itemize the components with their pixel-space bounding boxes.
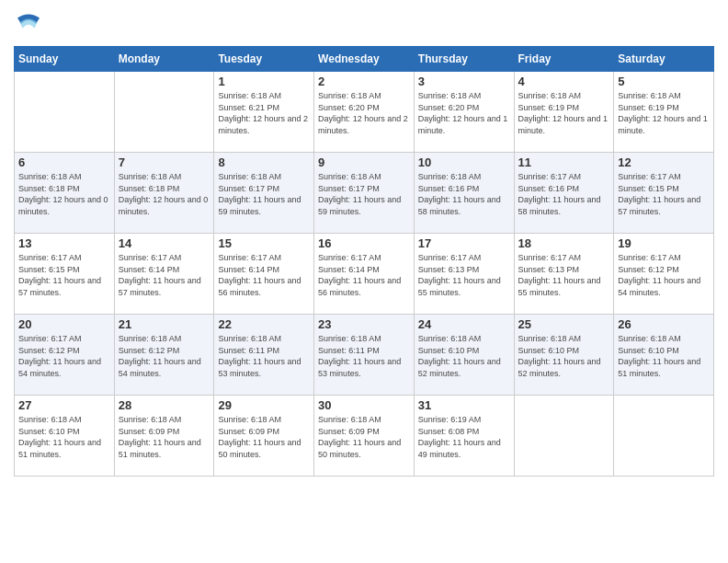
- day-number: 29: [218, 398, 310, 412]
- cell-info: Sunrise: 6:17 AMSunset: 6:16 PMDaylight:…: [518, 171, 610, 217]
- day-number: 18: [518, 236, 610, 250]
- cell-info: Sunrise: 6:18 AMSunset: 6:10 PMDaylight:…: [418, 333, 510, 379]
- cell-info: Sunrise: 6:18 AMSunset: 6:09 PMDaylight:…: [119, 414, 210, 460]
- cell-info: Sunrise: 6:17 AMSunset: 6:12 PMDaylight:…: [618, 252, 710, 298]
- calendar-cell: 15Sunrise: 6:17 AMSunset: 6:14 PMDayligh…: [214, 234, 314, 315]
- calendar-cell: 3Sunrise: 6:18 AMSunset: 6:20 PMDaylight…: [414, 72, 514, 153]
- day-number: 25: [518, 317, 610, 331]
- calendar-day-header: Friday: [514, 47, 614, 72]
- calendar-day-header: Monday: [114, 47, 214, 72]
- cell-info: Sunrise: 6:18 AMSunset: 6:18 PMDaylight:…: [119, 171, 210, 217]
- cell-info: Sunrise: 6:17 AMSunset: 6:14 PMDaylight:…: [218, 252, 310, 298]
- cell-info: Sunrise: 6:18 AMSunset: 6:19 PMDaylight:…: [518, 90, 610, 136]
- cell-info: Sunrise: 6:17 AMSunset: 6:15 PMDaylight:…: [618, 171, 710, 217]
- day-number: 3: [418, 75, 510, 88]
- day-number: 5: [618, 75, 710, 88]
- calendar-week-row: 13Sunrise: 6:17 AMSunset: 6:15 PMDayligh…: [15, 234, 714, 315]
- calendar-cell: 12Sunrise: 6:17 AMSunset: 6:15 PMDayligh…: [614, 153, 714, 234]
- day-number: 21: [119, 317, 210, 331]
- cell-info: Sunrise: 6:18 AMSunset: 6:09 PMDaylight:…: [218, 414, 310, 460]
- day-number: 6: [18, 155, 110, 169]
- calendar-cell: [15, 72, 115, 153]
- calendar-cell: 4Sunrise: 6:18 AMSunset: 6:19 PMDaylight…: [514, 72, 614, 153]
- calendar-cell: 17Sunrise: 6:17 AMSunset: 6:13 PMDayligh…: [414, 234, 514, 315]
- calendar-cell: 7Sunrise: 6:18 AMSunset: 6:18 PMDaylight…: [114, 153, 214, 234]
- calendar-cell: 11Sunrise: 6:17 AMSunset: 6:16 PMDayligh…: [514, 153, 614, 234]
- day-number: 17: [418, 236, 510, 250]
- day-number: 16: [318, 236, 410, 250]
- cell-info: Sunrise: 6:18 AMSunset: 6:16 PMDaylight:…: [418, 171, 510, 217]
- cell-info: Sunrise: 6:18 AMSunset: 6:11 PMDaylight:…: [318, 333, 410, 379]
- day-number: 12: [618, 155, 710, 169]
- calendar-day-header: Sunday: [15, 47, 115, 72]
- calendar-cell: 23Sunrise: 6:18 AMSunset: 6:11 PMDayligh…: [314, 315, 415, 396]
- day-number: 7: [119, 155, 210, 169]
- calendar-cell: 31Sunrise: 6:19 AMSunset: 6:08 PMDayligh…: [414, 396, 514, 477]
- calendar-cell: 13Sunrise: 6:17 AMSunset: 6:15 PMDayligh…: [15, 234, 115, 315]
- day-number: 15: [218, 236, 310, 250]
- calendar-cell: 30Sunrise: 6:18 AMSunset: 6:09 PMDayligh…: [314, 396, 415, 477]
- cell-info: Sunrise: 6:18 AMSunset: 6:21 PMDaylight:…: [218, 90, 310, 136]
- day-number: 20: [18, 317, 110, 331]
- calendar-day-header: Thursday: [414, 47, 514, 72]
- cell-info: Sunrise: 6:18 AMSunset: 6:19 PMDaylight:…: [618, 90, 710, 136]
- day-number: 23: [318, 317, 410, 331]
- day-number: 14: [119, 236, 210, 250]
- calendar-cell: 28Sunrise: 6:18 AMSunset: 6:09 PMDayligh…: [114, 396, 214, 477]
- calendar-cell: 29Sunrise: 6:18 AMSunset: 6:09 PMDayligh…: [214, 396, 314, 477]
- day-number: 4: [518, 75, 610, 88]
- cell-info: Sunrise: 6:18 AMSunset: 6:20 PMDaylight:…: [318, 90, 410, 136]
- day-number: 19: [618, 236, 710, 250]
- day-number: 28: [119, 398, 210, 412]
- cell-info: Sunrise: 6:18 AMSunset: 6:10 PMDaylight:…: [618, 333, 710, 379]
- day-number: 24: [418, 317, 510, 331]
- day-number: 31: [418, 398, 510, 412]
- day-number: 1: [218, 75, 310, 88]
- calendar-cell: 14Sunrise: 6:17 AMSunset: 6:14 PMDayligh…: [114, 234, 214, 315]
- calendar-cell: 16Sunrise: 6:17 AMSunset: 6:14 PMDayligh…: [314, 234, 415, 315]
- day-number: 26: [618, 317, 710, 331]
- calendar-day-header: Saturday: [614, 47, 714, 72]
- day-number: 9: [318, 155, 410, 169]
- day-number: 10: [418, 155, 510, 169]
- header: [14, 9, 714, 39]
- day-number: 11: [518, 155, 610, 169]
- page-container: SundayMondayTuesdayWednesdayThursdayFrid…: [0, 0, 728, 486]
- cell-info: Sunrise: 6:18 AMSunset: 6:20 PMDaylight:…: [418, 90, 510, 136]
- calendar-cell: 19Sunrise: 6:17 AMSunset: 6:12 PMDayligh…: [614, 234, 714, 315]
- cell-info: Sunrise: 6:17 AMSunset: 6:12 PMDaylight:…: [18, 333, 110, 379]
- calendar-cell: 2Sunrise: 6:18 AMSunset: 6:20 PMDaylight…: [314, 72, 415, 153]
- calendar-cell: 18Sunrise: 6:17 AMSunset: 6:13 PMDayligh…: [514, 234, 614, 315]
- day-number: 2: [318, 75, 410, 88]
- cell-info: Sunrise: 6:17 AMSunset: 6:13 PMDaylight:…: [518, 252, 610, 298]
- calendar-header-row: SundayMondayTuesdayWednesdayThursdayFrid…: [15, 47, 714, 72]
- cell-info: Sunrise: 6:19 AMSunset: 6:08 PMDaylight:…: [418, 414, 510, 460]
- logo-icon: [14, 9, 43, 39]
- calendar-table: SundayMondayTuesdayWednesdayThursdayFrid…: [14, 46, 714, 477]
- cell-info: Sunrise: 6:18 AMSunset: 6:10 PMDaylight:…: [18, 414, 110, 460]
- calendar-cell: 5Sunrise: 6:18 AMSunset: 6:19 PMDaylight…: [614, 72, 714, 153]
- calendar-cell: 21Sunrise: 6:18 AMSunset: 6:12 PMDayligh…: [114, 315, 214, 396]
- calendar-cell: 27Sunrise: 6:18 AMSunset: 6:10 PMDayligh…: [15, 396, 115, 477]
- calendar-cell: 9Sunrise: 6:18 AMSunset: 6:17 PMDaylight…: [314, 153, 415, 234]
- day-number: 27: [18, 398, 110, 412]
- calendar-cell: 25Sunrise: 6:18 AMSunset: 6:10 PMDayligh…: [514, 315, 614, 396]
- cell-info: Sunrise: 6:17 AMSunset: 6:13 PMDaylight:…: [418, 252, 510, 298]
- calendar-cell: 22Sunrise: 6:18 AMSunset: 6:11 PMDayligh…: [214, 315, 314, 396]
- calendar-day-header: Wednesday: [314, 47, 415, 72]
- day-number: 8: [218, 155, 310, 169]
- calendar-cell: 26Sunrise: 6:18 AMSunset: 6:10 PMDayligh…: [614, 315, 714, 396]
- cell-info: Sunrise: 6:18 AMSunset: 6:17 PMDaylight:…: [318, 171, 410, 217]
- calendar-week-row: 6Sunrise: 6:18 AMSunset: 6:18 PMDaylight…: [15, 153, 714, 234]
- cell-info: Sunrise: 6:17 AMSunset: 6:15 PMDaylight:…: [18, 252, 110, 298]
- calendar-cell: [614, 396, 714, 477]
- calendar-cell: 10Sunrise: 6:18 AMSunset: 6:16 PMDayligh…: [414, 153, 514, 234]
- calendar-week-row: 1Sunrise: 6:18 AMSunset: 6:21 PMDaylight…: [15, 72, 714, 153]
- calendar-cell: [114, 72, 214, 153]
- calendar-cell: 20Sunrise: 6:17 AMSunset: 6:12 PMDayligh…: [15, 315, 115, 396]
- cell-info: Sunrise: 6:18 AMSunset: 6:09 PMDaylight:…: [318, 414, 410, 460]
- day-number: 13: [18, 236, 110, 250]
- calendar-week-row: 20Sunrise: 6:17 AMSunset: 6:12 PMDayligh…: [15, 315, 714, 396]
- calendar-cell: 1Sunrise: 6:18 AMSunset: 6:21 PMDaylight…: [214, 72, 314, 153]
- cell-info: Sunrise: 6:17 AMSunset: 6:14 PMDaylight:…: [318, 252, 410, 298]
